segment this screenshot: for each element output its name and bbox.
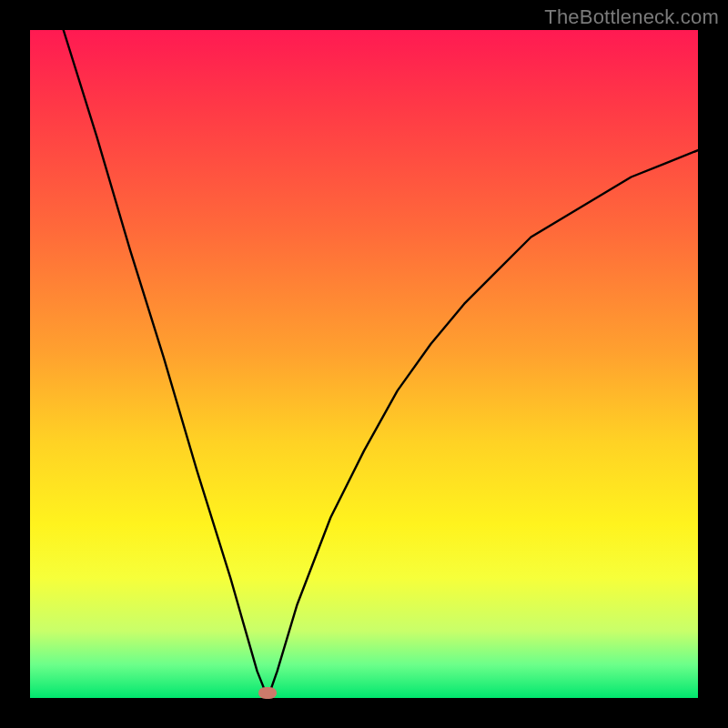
watermark-text: TheBottleneck.com: [544, 5, 719, 29]
min-marker: [258, 687, 277, 699]
bottleneck-curve: [64, 30, 698, 698]
chart-frame: TheBottleneck.com: [0, 0, 728, 728]
curve-svg: [30, 30, 698, 698]
plot-area: [30, 30, 698, 698]
